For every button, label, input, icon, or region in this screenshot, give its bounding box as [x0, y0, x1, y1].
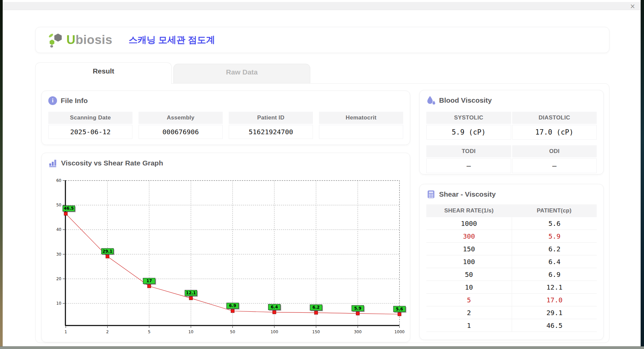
value-systolic: 5.9 (cP): [426, 125, 511, 140]
blood-viscosity-card: Blood Viscosity SYSTOLICDIASTOLIC5.9 (cP…: [419, 90, 604, 174]
svg-text:300: 300: [354, 330, 362, 334]
file-info-table: Scanning DateAssemblyPatient IDHematocri…: [48, 112, 403, 139]
svg-text:40: 40: [56, 227, 61, 232]
field-label-hematocrit: Hematocrit: [319, 112, 403, 124]
taskbar-edge: [0, 346, 644, 349]
label-diastolic: DIASTOLIC: [512, 112, 597, 124]
viscosity-chart: 1020304050601251050100150300100046.529.1…: [42, 168, 410, 343]
svg-text:50: 50: [230, 330, 235, 334]
shear-rate-value: 10: [426, 281, 512, 293]
svg-text:5.6: 5.6: [396, 307, 403, 311]
field-label-patient-id: Patient ID: [229, 112, 313, 124]
value-diastolic: 17.0 (cP): [512, 125, 597, 140]
ubiosis-logo-icon: [47, 32, 64, 48]
svg-text:6.9: 6.9: [229, 303, 236, 308]
field-value-patient-id: 51621924700: [229, 125, 313, 139]
svg-text:2: 2: [106, 330, 109, 334]
shear-viscosity-card: Shear - Viscosity SHEAR RATE(1/s) PATIEN…: [419, 184, 604, 340]
patient-viscosity-value: 6.2: [512, 243, 597, 255]
field-value-hematocrit: [319, 125, 403, 139]
svg-text:20: 20: [56, 277, 61, 281]
svg-text:5: 5: [148, 330, 151, 334]
label-odi: ODI: [512, 145, 597, 157]
header-card: Ubiosis 스캐닝 모세관 점도계: [35, 27, 609, 53]
shear-rate-value: 5: [426, 294, 512, 306]
patient-viscosity-value: 12.1: [512, 281, 597, 293]
svg-text:100: 100: [270, 330, 278, 334]
shear-rate-value: 50: [426, 268, 512, 281]
blood-viscosity-table: SYSTOLICDIASTOLIC5.9 (cP)17.0 (cP)TODIOD…: [426, 112, 597, 173]
info-icon: i: [48, 96, 57, 105]
shear-rate-value: 2: [426, 306, 512, 319]
svg-text:60: 60: [56, 178, 61, 183]
close-icon[interactable]: ×: [630, 2, 635, 10]
graph-title: Viscosity vs Shear Rate Graph: [48, 158, 163, 167]
patient-viscosity-value: 29.1: [512, 306, 597, 319]
patient-viscosity-value: 46.5: [512, 319, 597, 332]
svg-text:10: 10: [56, 301, 61, 306]
svg-text:6.4: 6.4: [271, 305, 278, 309]
value-odi: –: [512, 158, 597, 173]
patient-viscosity-value: 5.6: [512, 217, 597, 230]
svg-text:50: 50: [56, 203, 61, 207]
svg-text:1000: 1000: [394, 330, 405, 334]
bar-chart-icon: [48, 158, 57, 167]
shear-table-header: SHEAR RATE(1/s) PATIENT(cp): [426, 204, 597, 217]
shear-viscosity-table: SHEAR RATE(1/s) PATIENT(cp) 10005.63005.…: [426, 204, 597, 332]
label-systolic: SYSTOLIC: [426, 112, 511, 124]
patient-viscosity-value: 17.0: [512, 294, 597, 306]
patient-viscosity-value: 5.9: [512, 230, 597, 242]
svg-text:150: 150: [312, 330, 320, 334]
svg-text:46.5: 46.5: [64, 206, 74, 211]
shear-table-row-150: 1506.2: [426, 243, 597, 255]
ubiosis-logo: Ubiosis: [47, 32, 112, 48]
label-todi: TODI: [426, 145, 511, 157]
desktop-background: × Ubiosis 스캐닝 모세관 점도계 Result Raw Data: [0, 0, 644, 349]
field-label-scanning-date: Scanning Date: [48, 112, 132, 124]
file-info-card: i File Info Scanning DateAssemblyPatient…: [41, 91, 410, 145]
shear-rate-value: 150: [426, 243, 512, 255]
value-todi: –: [426, 158, 511, 173]
brand-text: Ubiosis: [66, 33, 112, 47]
patient-column-header: PATIENT(cp): [512, 204, 597, 217]
shear-rate-value: 1000: [426, 217, 512, 230]
svg-text:12.1: 12.1: [186, 291, 196, 295]
app-title-korean: 스캐닝 모세관 점도계: [128, 34, 215, 46]
svg-text:6.2: 6.2: [313, 305, 320, 310]
shear-table-row-10: 1012.1: [426, 281, 597, 294]
svg-text:1: 1: [64, 330, 67, 334]
shear-rate-column-header: SHEAR RATE(1/s): [426, 204, 512, 217]
shear-viscosity-title: Shear - Viscosity: [426, 190, 496, 199]
shear-table-row-300: 3005.9: [426, 230, 597, 243]
shear-rate-value: 100: [426, 255, 512, 268]
svg-text:10: 10: [188, 330, 193, 334]
desktop-wallpaper-left: [0, 0, 3, 349]
svg-text:29.1: 29.1: [103, 249, 113, 254]
shear-table-row-100: 1006.4: [426, 255, 597, 268]
desktop-wallpaper-right: [641, 0, 644, 349]
shear-table-row-1: 146.5: [426, 319, 597, 332]
shear-table-row-2: 229.1: [426, 306, 597, 319]
field-value-scanning-date: 2025-06-12: [48, 125, 132, 139]
tab-result[interactable]: Result: [35, 62, 172, 84]
field-value-assembly: 000676906: [139, 125, 223, 139]
patient-viscosity-value: 6.9: [512, 268, 597, 281]
field-label-assembly: Assembly: [139, 112, 223, 124]
shear-table-row-5: 517.0: [426, 294, 597, 306]
blood-drops-icon: [426, 96, 435, 105]
blood-viscosity-title: Blood Viscosity: [426, 96, 492, 105]
spacer: [426, 141, 597, 144]
window-titlebar: ×: [3, 2, 641, 10]
shear-table-row-50: 506.9: [426, 268, 597, 281]
graph-card: Viscosity vs Shear Rate Graph 1020304050…: [41, 153, 410, 342]
shear-table-row-1000: 10005.6: [426, 217, 597, 230]
app-window: × Ubiosis 스캐닝 모세관 점도계 Result Raw Data: [3, 0, 641, 346]
svg-text:30: 30: [56, 252, 61, 257]
tab-raw-data[interactable]: Raw Data: [173, 64, 310, 83]
patient-viscosity-value: 6.4: [512, 255, 597, 268]
table-calculator-icon: [426, 190, 435, 199]
shear-rate-value: 1: [426, 319, 512, 332]
file-info-title: i File Info: [48, 96, 88, 105]
shear-rate-value: 300: [426, 230, 512, 242]
svg-text:5.9: 5.9: [354, 306, 361, 311]
